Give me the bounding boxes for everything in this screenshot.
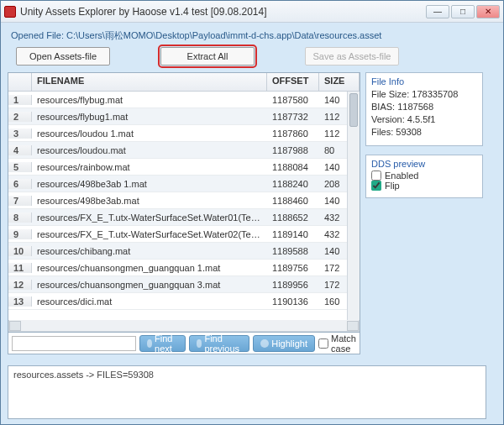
- row-offset: 1189588: [267, 246, 319, 256]
- dds-flip-checkbox[interactable]: Flip: [371, 181, 477, 191]
- col-header-index[interactable]: [8, 73, 32, 91]
- col-header-offset[interactable]: OFFSET: [267, 73, 319, 91]
- table-row[interactable]: 5resources/rainbow.mat1188084140: [8, 159, 360, 176]
- find-next-button[interactable]: Find next: [139, 335, 186, 352]
- file-info-files: Files: 59308: [371, 126, 477, 139]
- dds-enabled-checkbox[interactable]: Enabled: [371, 171, 477, 181]
- log-output[interactable]: resources.assets -> FILES=59308: [8, 365, 486, 419]
- dds-enabled-input[interactable]: [371, 171, 381, 181]
- app-window: Unity Assets Explorer by Haoose v1.4 tes…: [0, 0, 504, 425]
- table-row[interactable]: 6resources/498be3ab 1.mat1188240208: [8, 176, 360, 192]
- dds-preview-title: DDS preview: [371, 159, 477, 169]
- table-row[interactable]: 10resources/chibang.mat1189588140: [8, 243, 360, 260]
- row-offset: 1189956: [267, 280, 319, 290]
- row-offset: 1187580: [267, 95, 319, 105]
- row-filename: resources/flybug1.mat: [32, 112, 267, 122]
- col-header-filename[interactable]: FILENAME: [32, 73, 267, 91]
- row-filename: resources/chuansongmen_guangquan 1.mat: [32, 263, 267, 273]
- row-filename: resources/dici.mat: [32, 296, 267, 307]
- row-offset: 1187732: [267, 112, 319, 122]
- scrollbar-thumb[interactable]: [349, 93, 358, 127]
- main-row: FILENAME OFFSET SIZE 1resources/flybug.m…: [8, 72, 498, 357]
- row-filename: resources/loudou.mat: [32, 145, 267, 155]
- hscroll-left[interactable]: [9, 321, 21, 331]
- arrow-down-icon: [147, 339, 152, 348]
- row-index: 9: [8, 229, 32, 239]
- table-row[interactable]: 9resources/FX_E_T.utx-WaterSurfaceSet.Wa…: [8, 226, 360, 243]
- table-row[interactable]: 2resources/flybug1.mat1187732112: [8, 108, 360, 125]
- app-icon: [4, 6, 16, 18]
- table-row[interactable]: 11resources/chuansongmen_guangquan 1.mat…: [8, 260, 360, 276]
- hscroll-right[interactable]: [347, 321, 359, 331]
- row-offset: 1187988: [267, 145, 319, 155]
- row-filename: resources/loudou 1.mat: [32, 129, 267, 139]
- row-offset: 1188652: [267, 212, 319, 223]
- window-controls: — □ ✕: [424, 5, 500, 18]
- row-filename: resources/chuansongmen_guangquan 3.mat: [32, 280, 267, 290]
- row-index: 12: [8, 280, 32, 290]
- table-row[interactable]: 8resources/FX_E_T.utx-WaterSurfaceSet.Wa…: [8, 209, 360, 226]
- titlebar[interactable]: Unity Assets Explorer by Haoose v1.4 tes…: [1, 1, 503, 23]
- minimize-button[interactable]: —: [426, 5, 449, 18]
- maximize-button[interactable]: □: [451, 5, 475, 18]
- dds-flip-input[interactable]: [371, 181, 381, 191]
- file-info-panel: File Info File Size: 178335708 BIAS: 118…: [365, 72, 483, 146]
- table-row[interactable]: 4resources/loudou.mat118798880: [8, 142, 360, 159]
- grid-body[interactable]: 1resources/flybug.mat11875801402resource…: [8, 92, 360, 320]
- row-offset: 1187860: [267, 129, 319, 139]
- row-filename: resources/FX_E_T.utx-WaterSurfaceSet.Wat…: [32, 212, 267, 223]
- file-grid: FILENAME OFFSET SIZE 1resources/flybug.m…: [8, 72, 360, 333]
- left-column: FILENAME OFFSET SIZE 1resources/flybug.m…: [8, 72, 360, 357]
- file-info-version: Version: 4.5.5f1: [371, 113, 477, 126]
- table-row[interactable]: 13resources/dici.mat1190136160: [8, 293, 360, 310]
- row-offset: 1188460: [267, 196, 319, 206]
- row-offset: 1188240: [267, 179, 319, 189]
- table-row[interactable]: 1resources/flybug.mat1187580140: [8, 92, 360, 108]
- row-offset: 1189140: [267, 229, 319, 239]
- open-assets-button[interactable]: Open Assets-file: [16, 47, 110, 66]
- row-filename: resources/chibang.mat: [32, 246, 267, 256]
- col-header-size[interactable]: SIZE: [319, 73, 360, 91]
- table-row[interactable]: 3resources/loudou 1.mat1187860112: [8, 125, 360, 142]
- table-row[interactable]: 12resources/chuansongmen_guangquan 3.mat…: [8, 276, 360, 293]
- row-index: 4: [8, 145, 32, 155]
- right-column: File Info File Size: 178335708 BIAS: 118…: [365, 72, 483, 357]
- arrow-up-icon: [197, 339, 202, 348]
- main-toolbar: Open Assets-file Extract All Save as Ass…: [16, 47, 498, 66]
- row-filename: resources/498be3ab.mat: [32, 196, 267, 206]
- row-index: 5: [8, 162, 32, 172]
- dds-preview-panel: DDS preview Enabled Flip: [365, 155, 483, 198]
- row-offset: 1188084: [267, 162, 319, 172]
- search-input[interactable]: [12, 336, 136, 351]
- highlight-icon: [260, 339, 269, 348]
- row-index: 13: [8, 296, 32, 307]
- extract-all-button[interactable]: Extract All: [160, 47, 255, 66]
- vertical-scrollbar[interactable]: [347, 92, 360, 320]
- row-filename: resources/rainbow.mat: [32, 162, 267, 172]
- table-row[interactable]: 7resources/498be3ab.mat1188460140: [8, 192, 360, 209]
- match-case-input[interactable]: [318, 338, 328, 349]
- row-index: 3: [8, 129, 32, 139]
- row-filename: resources/flybug.mat: [32, 95, 267, 105]
- grid-header: FILENAME OFFSET SIZE: [8, 73, 360, 92]
- find-previous-button[interactable]: Find previous: [189, 335, 250, 352]
- match-case-checkbox[interactable]: Match case: [318, 333, 356, 354]
- horizontal-scrollbar[interactable]: [8, 320, 360, 332]
- row-index: 8: [8, 212, 32, 223]
- row-index: 10: [8, 246, 32, 256]
- search-bar: Find next Find previous Highlight Match …: [8, 333, 360, 354]
- row-index: 7: [8, 196, 32, 206]
- row-index: 1: [8, 95, 32, 105]
- file-info-title: File Info: [371, 76, 477, 87]
- close-button[interactable]: ✕: [476, 5, 500, 18]
- opened-file-label: Opened File: C:\Users\雨松MOMO\Desktop\Pay…: [11, 29, 498, 42]
- window-title: Unity Assets Explorer by Haoose v1.4 tes…: [20, 6, 424, 18]
- row-filename: resources/498be3ab 1.mat: [32, 179, 267, 189]
- highlight-button[interactable]: Highlight: [253, 335, 315, 352]
- row-index: 2: [8, 112, 32, 122]
- client-area: Opened File: C:\Users\雨松MOMO\Desktop\Pay…: [1, 23, 503, 424]
- file-info-bias: BIAS: 1187568: [371, 101, 477, 113]
- row-index: 6: [8, 179, 32, 189]
- row-offset: 1190136: [267, 296, 319, 307]
- file-info-size: File Size: 178335708: [371, 88, 477, 101]
